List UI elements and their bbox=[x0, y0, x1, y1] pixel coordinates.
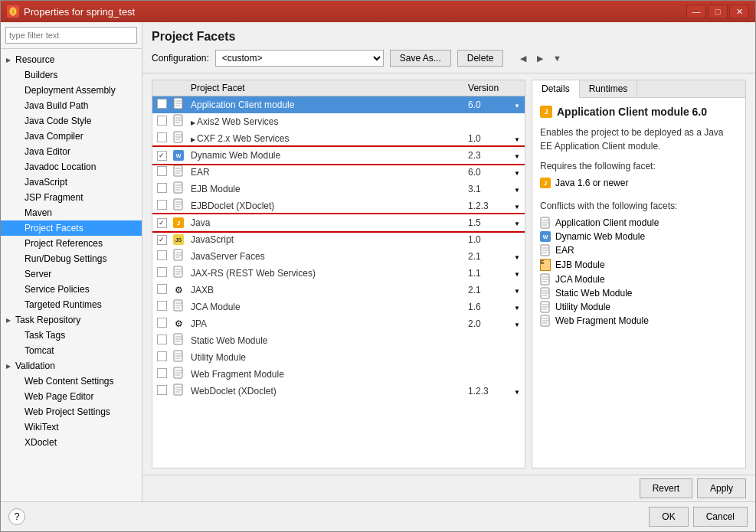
facet-checkbox[interactable] bbox=[157, 235, 167, 245]
save-as-button[interactable]: Save As... bbox=[390, 50, 451, 67]
delete-button[interactable]: Delete bbox=[457, 50, 504, 67]
nav-menu-button[interactable]: ▼ bbox=[549, 51, 565, 66]
sidebar-item-targetedruntimes[interactable]: Targeted Runtimes bbox=[1, 297, 142, 312]
facet-checkbox[interactable] bbox=[157, 200, 167, 210]
expand-arrow-icon: ▶ bbox=[4, 361, 13, 370]
table-row[interactable]: Static Web Module bbox=[152, 332, 525, 349]
version-dropdown-icon[interactable]: ▼ bbox=[514, 271, 520, 278]
facet-checkbox[interactable] bbox=[157, 218, 167, 228]
sidebar-item-tomcat[interactable]: Tomcat bbox=[1, 343, 142, 358]
sidebar-item-tasktags[interactable]: Task Tags bbox=[1, 328, 142, 343]
web-icon: W bbox=[540, 231, 551, 242]
title-bar: Properties for spring_test — □ ✕ bbox=[1, 1, 755, 22]
tab-details[interactable]: Details bbox=[532, 80, 580, 98]
help-button[interactable]: ? bbox=[8, 508, 25, 525]
sidebar-item-deploymentassembly[interactable]: Deployment Assembly bbox=[1, 83, 142, 98]
table-row[interactable]: WebDoclet (XDoclet) 1.2.3 ▼ bbox=[152, 383, 525, 400]
col-facet-header: Project Facet bbox=[186, 80, 463, 96]
table-row[interactable]: J Java 1.5 ▼ bbox=[152, 214, 525, 231]
facet-version: 2.1 bbox=[463, 282, 509, 299]
sidebar-item-javadoclocation[interactable]: Javadoc Location bbox=[1, 159, 142, 175]
apply-button[interactable]: Apply bbox=[697, 478, 746, 498]
sidebar-item-validation[interactable]: ▶Validation bbox=[1, 358, 142, 374]
sidebar-item-webpageeditor[interactable]: Web Page Editor bbox=[1, 389, 142, 404]
version-dropdown-icon[interactable]: ▼ bbox=[514, 153, 520, 160]
facet-checkbox[interactable] bbox=[157, 301, 167, 311]
table-row[interactable]: EAR 6.0 ▼ bbox=[152, 164, 525, 181]
sidebar-item-label: Deployment Assembly bbox=[25, 85, 116, 96]
sidebar-item-javaeditor[interactable]: Java Editor bbox=[1, 144, 142, 159]
nav-forward-button[interactable]: ▶ bbox=[532, 51, 548, 66]
table-row[interactable]: Web Fragment Module bbox=[152, 366, 525, 383]
sidebar-item-javacompiler[interactable]: Java Compiler bbox=[1, 129, 142, 144]
revert-button[interactable]: Revert bbox=[640, 478, 692, 498]
facet-checkbox[interactable] bbox=[157, 335, 167, 344]
version-dropdown-icon[interactable]: ▼ bbox=[514, 103, 520, 109]
version-dropdown-icon[interactable]: ▼ bbox=[514, 170, 520, 177]
version-dropdown-icon[interactable]: ▼ bbox=[514, 389, 520, 396]
sidebar-item-webprojectsettings[interactable]: Web Project Settings bbox=[1, 404, 142, 419]
sidebar-item-javacodestyle[interactable]: Java Code Style bbox=[1, 113, 142, 129]
sidebar-item-javascript[interactable]: JavaScript bbox=[1, 175, 142, 190]
facet-checkbox[interactable] bbox=[157, 116, 167, 126]
table-row[interactable]: Utility Module bbox=[152, 349, 525, 366]
conflict-label: JCA Module bbox=[555, 274, 605, 285]
facet-checkbox[interactable] bbox=[157, 151, 167, 161]
nav-back-button[interactable]: ◀ bbox=[515, 51, 531, 66]
table-row[interactable]: ▶Axis2 Web Services bbox=[152, 113, 525, 130]
table-row[interactable]: JS JavaScript 1.0 bbox=[152, 231, 525, 248]
table-row[interactable]: ⚙ JAXB 2.1 ▼ bbox=[152, 282, 525, 299]
facet-checkbox[interactable] bbox=[157, 318, 167, 328]
sidebar-item-server[interactable]: Server bbox=[1, 266, 142, 282]
sidebar-item-servicepolicies[interactable]: Service Policies bbox=[1, 282, 142, 297]
maximize-button[interactable]: □ bbox=[708, 5, 728, 18]
cancel-button[interactable]: Cancel bbox=[693, 507, 748, 527]
facet-checkbox[interactable] bbox=[157, 250, 167, 260]
sidebar-item-run/debugsettings[interactable]: Run/Debug Settings bbox=[1, 251, 142, 266]
version-dropdown-icon[interactable]: ▼ bbox=[514, 204, 520, 211]
version-dropdown-icon[interactable]: ▼ bbox=[514, 187, 520, 194]
version-dropdown-icon[interactable]: ▼ bbox=[514, 254, 520, 261]
version-dropdown-icon[interactable]: ▼ bbox=[514, 321, 520, 328]
table-row[interactable]: JCA Module 1.6 ▼ bbox=[152, 299, 525, 315]
facet-checkbox[interactable] bbox=[157, 99, 167, 109]
minimize-button[interactable]: — bbox=[686, 5, 706, 18]
facet-checkbox[interactable] bbox=[157, 385, 167, 395]
tab-runtimes[interactable]: Runtimes bbox=[580, 80, 638, 97]
sidebar-item-xdoclet[interactable]: XDoclet bbox=[1, 435, 142, 450]
version-dropdown-icon[interactable]: ▼ bbox=[514, 136, 520, 143]
sidebar-item-javabuildpath[interactable]: Java Build Path bbox=[1, 98, 142, 113]
sidebar-item-taskrepository[interactable]: ▶Task Repository bbox=[1, 312, 142, 328]
table-row[interactable]: JavaServer Faces 2.1 ▼ bbox=[152, 248, 525, 265]
sidebar-item-resource[interactable]: ▶Resource bbox=[1, 52, 142, 67]
facet-checkbox[interactable] bbox=[157, 368, 167, 378]
facet-checkbox[interactable] bbox=[157, 166, 167, 176]
sidebar-item-jspfragment[interactable]: JSP Fragment bbox=[1, 190, 142, 205]
version-dropdown-icon[interactable]: ▼ bbox=[514, 288, 520, 295]
version-dropdown-icon[interactable]: ▼ bbox=[514, 220, 520, 227]
sidebar-item-wikitext[interactable]: WikiText bbox=[1, 419, 142, 435]
table-row[interactable]: W Dynamic Web Module 2.3 ▼ bbox=[152, 147, 525, 164]
version-dropdown-icon[interactable]: ▼ bbox=[514, 305, 520, 312]
table-row[interactable]: JAX-RS (REST Web Services) 1.1 ▼ bbox=[152, 265, 525, 282]
sidebar-item-webcontentsettings[interactable]: Web Content Settings bbox=[1, 374, 142, 389]
config-select[interactable]: <custom> bbox=[215, 50, 384, 67]
sidebar-item-builders[interactable]: Builders bbox=[1, 67, 142, 83]
search-input[interactable] bbox=[5, 27, 137, 44]
table-row[interactable]: Application Client module 6.0 ▼ bbox=[152, 96, 525, 113]
table-row[interactable]: ▶CXF 2.x Web Services 1.0 ▼ bbox=[152, 130, 525, 147]
close-button[interactable]: ✕ bbox=[729, 5, 749, 18]
facet-checkbox[interactable] bbox=[157, 284, 167, 294]
table-row[interactable]: EJB Module 3.1 ▼ bbox=[152, 181, 525, 197]
sidebar-item-projectreferences[interactable]: Project References bbox=[1, 236, 142, 251]
facet-checkbox[interactable] bbox=[157, 132, 167, 142]
facet-checkbox[interactable] bbox=[157, 267, 167, 277]
ok-button[interactable]: OK bbox=[649, 507, 688, 527]
table-row[interactable]: EJBDoclet (XDoclet) 1.2.3 ▼ bbox=[152, 197, 525, 214]
js-icon: JS bbox=[173, 234, 184, 245]
sidebar-item-projectfacets[interactable]: Project Facets bbox=[1, 220, 142, 236]
facet-checkbox[interactable] bbox=[157, 183, 167, 193]
table-row[interactable]: ⚙ JPA 2.0 ▼ bbox=[152, 315, 525, 332]
facet-checkbox[interactable] bbox=[157, 351, 167, 361]
sidebar-item-maven[interactable]: Maven bbox=[1, 205, 142, 220]
